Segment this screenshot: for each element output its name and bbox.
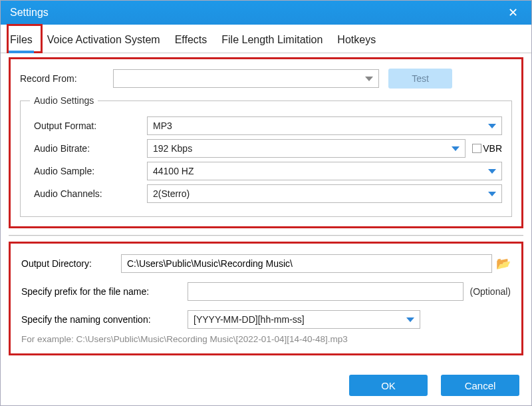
- vbr-label: VBR: [483, 143, 502, 154]
- titlebar: Settings ✕: [1, 1, 531, 25]
- record-from-row: Record From: Test: [20, 69, 512, 89]
- audio-settings-legend: Audio Settings: [30, 95, 98, 106]
- output-directory-input[interactable]: C:\Users\Public\Music\Recording Music\: [121, 254, 492, 273]
- tab-file-length-limitation[interactable]: File Length Limitation: [219, 30, 325, 53]
- settings-window: Settings ✕ Files Voice Activation System…: [0, 0, 532, 406]
- tab-strip: Files Voice Activation System Effects Fi…: [1, 25, 531, 53]
- output-directory-value: C:\Users\Public\Music\Recording Music\: [127, 258, 293, 269]
- prefix-input[interactable]: [188, 282, 464, 301]
- folder-icon[interactable]: 📂: [496, 256, 511, 271]
- output-format-select[interactable]: MP3: [147, 116, 502, 135]
- divider: [9, 235, 523, 236]
- close-icon[interactable]: ✕: [504, 5, 522, 20]
- audio-sample-value: 44100 HZ: [153, 166, 194, 176]
- chevron-down-icon: [452, 146, 460, 151]
- audio-bitrate-value: 192 Kbps: [153, 143, 192, 154]
- tab-voice-activation[interactable]: Voice Activation System: [45, 30, 163, 53]
- vbr-checkbox[interactable]: [472, 144, 481, 153]
- bottom-bar: OK Cancel: [1, 368, 531, 405]
- output-directory-label: Output Directory:: [21, 258, 121, 269]
- naming-convention-value: [YYYY-MM-DD][hh-mm-ss]: [194, 314, 305, 325]
- tab-files[interactable]: Files: [7, 30, 35, 53]
- record-from-select[interactable]: [113, 69, 379, 88]
- audio-channels-value: 2(Sterro): [153, 188, 190, 199]
- chevron-down-icon: [488, 124, 496, 128]
- highlight-output-section: Output Directory: C:\Users\Public\Music\…: [9, 242, 523, 355]
- highlight-audio-section: Record From: Test Audio Settings Output …: [9, 57, 523, 228]
- window-title: Settings: [10, 7, 49, 19]
- audio-sample-label: Audio Sample:: [34, 166, 147, 176]
- chevron-down-icon: [406, 317, 414, 322]
- audio-channels-label: Audio Channels:: [34, 188, 147, 199]
- audio-bitrate-label: Audio Bitrate:: [34, 143, 147, 154]
- audio-sample-select[interactable]: 44100 HZ: [147, 162, 502, 180]
- tab-hotkeys[interactable]: Hotkeys: [334, 30, 378, 53]
- chevron-down-icon: [365, 77, 373, 81]
- output-format-value: MP3: [153, 120, 172, 131]
- optional-label: (Optional): [470, 286, 511, 297]
- audio-settings-group: Audio Settings Output Format: MP3 Audio …: [20, 95, 512, 217]
- naming-convention-label: Specify the naming convention:: [21, 314, 188, 325]
- ok-button[interactable]: OK: [349, 375, 428, 396]
- naming-convention-select[interactable]: [YYYY-MM-DD][hh-mm-ss]: [188, 310, 420, 329]
- chevron-down-icon: [488, 169, 496, 174]
- record-from-label: Record From:: [20, 73, 113, 84]
- prefix-label: Specify prefix for the file name:: [21, 286, 188, 297]
- test-button[interactable]: Test: [388, 69, 452, 89]
- chevron-down-icon: [488, 192, 496, 196]
- content-area: Record From: Test Audio Settings Output …: [1, 53, 531, 368]
- audio-channels-select[interactable]: 2(Sterro): [147, 184, 502, 203]
- naming-example: For example: C:\Users\Public\Music\Recor…: [21, 334, 511, 344]
- audio-bitrate-select[interactable]: 192 Kbps: [147, 139, 466, 158]
- vbr-wrap: VBR: [472, 143, 502, 154]
- tab-effects[interactable]: Effects: [172, 30, 210, 53]
- cancel-button[interactable]: Cancel: [441, 375, 519, 396]
- output-format-label: Output Format:: [34, 120, 147, 131]
